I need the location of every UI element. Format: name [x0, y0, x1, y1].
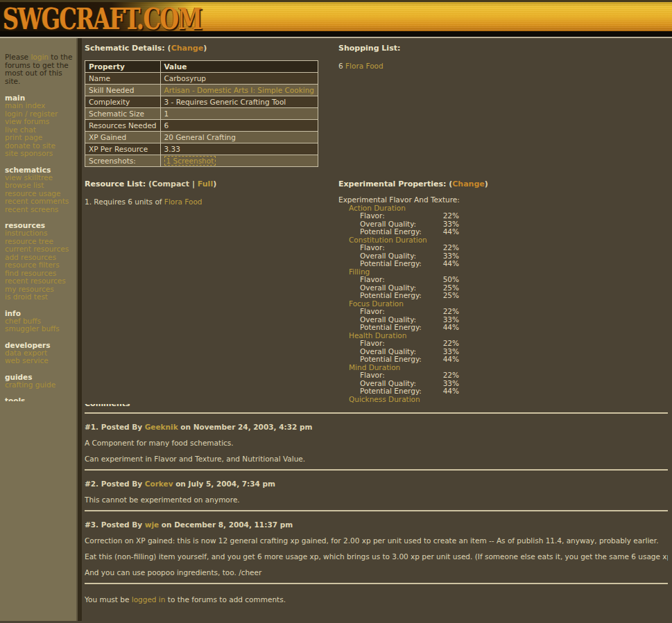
- experimental-property-row: Flavor:22%: [360, 371, 459, 380]
- login-link[interactable]: login: [31, 53, 49, 61]
- comment-author-link[interactable]: Geeknik: [145, 423, 178, 431]
- shopping-item-link[interactable]: Flora Food: [345, 62, 384, 70]
- sidebar-item-is-droid-test[interactable]: is droid test: [5, 293, 75, 301]
- site-logo[interactable]: SWGCRAFT.COM: [3, 2, 201, 31]
- comments-heading: Comments: [85, 404, 668, 409]
- property-value: 44%: [443, 324, 459, 332]
- table-row: NameCarbosyrup: [85, 73, 318, 85]
- paren-close: ): [203, 44, 207, 53]
- value-cell: 3 - Requires Generic Crafting Tool: [160, 96, 318, 108]
- property-label: Potential Energy:: [360, 292, 422, 300]
- property-value: 44%: [443, 260, 459, 268]
- experimental-group-action-duration[interactable]: Action Duration: [349, 204, 668, 213]
- sidebar-section-title: schematics: [5, 166, 75, 174]
- comment-date: on December 8, 2004, 11:37 pm: [159, 520, 293, 529]
- sidebar-item-current-resources[interactable]: current resources: [5, 245, 75, 254]
- experimental-groups: Action DurationFlavor:22%Overall Quality…: [338, 204, 668, 404]
- resource-list-title-text: Resource List:: [85, 179, 146, 188]
- property-cell: Skill Needed: [85, 85, 161, 96]
- experimental-property-row: Flavor:50%: [360, 276, 459, 284]
- property-value: 22%: [443, 244, 459, 252]
- comment-date: on July 5, 2004, 7:34 pm: [173, 480, 276, 488]
- sidebar-content-divider: [76, 38, 82, 621]
- shopping-list-title: Shopping List:: [338, 44, 668, 53]
- main-layout: Please login to the forums to get the mo…: [0, 38, 672, 621]
- experimental-group-quickness-duration[interactable]: Quickness Duration: [349, 396, 668, 404]
- comments-footer: You must be logged in to the forums to a…: [85, 595, 668, 604]
- experimental-property-row: Potential Energy:44%: [360, 260, 459, 268]
- resource-list-section: Resource List: (Compact | Full) 1. Requi…: [85, 179, 338, 404]
- comment-divider: [85, 510, 668, 511]
- value-cell: 20 General Crafting: [160, 132, 318, 143]
- view-option-compact: (Compact |: [148, 179, 198, 188]
- schematic-details-table: Property Value NameCarbosyrupSkill Neede…: [85, 60, 318, 167]
- comment-meta-pre: #2. Posted By: [85, 480, 145, 488]
- sidebar-section-developers: developersdata exportweb service: [5, 341, 75, 365]
- comment-meta: #2. Posted By Corkev on July 5, 2004, 7:…: [85, 480, 668, 489]
- property-label: Flavor:: [360, 244, 385, 252]
- schematic-change-link[interactable]: Change: [171, 44, 204, 53]
- top-region: Schematic Details: (Change) Property Val…: [85, 44, 668, 404]
- value-link-artisan-domestic-arts-i-simple-cooking[interactable]: Artisan - Domestic Arts I: Simple Cookin…: [164, 86, 314, 94]
- sidebar-intro-pre: Please: [5, 53, 31, 61]
- property-label: Potential Energy:: [360, 324, 422, 332]
- sidebar-section-title: guides: [5, 373, 75, 381]
- comment-author-link[interactable]: wje: [145, 520, 159, 529]
- experimental-group-mind-duration[interactable]: Mind Duration: [349, 364, 668, 372]
- sidebar-item-recent-resources[interactable]: recent resources: [5, 277, 75, 286]
- property-value: 22%: [443, 340, 459, 348]
- experimental-group-health-duration[interactable]: Health Duration: [349, 332, 668, 340]
- comments-footer-post: to the forums to add comments.: [165, 595, 286, 604]
- comment-divider: [85, 469, 668, 471]
- header-banner: SWGCRAFT.COM: [0, 0, 672, 31]
- property-label: Flavor:: [360, 371, 385, 380]
- comment-author-link[interactable]: Corkev: [145, 480, 173, 488]
- value-link-1-screenshot[interactable]: 1 Screenshot: [164, 156, 216, 166]
- comment-divider: [85, 412, 668, 414]
- comment-paragraph: A Component for many food schematics.: [85, 439, 668, 448]
- sidebar-item-browse-list[interactable]: browse list: [5, 182, 75, 190]
- experimental-group-filling[interactable]: Filling: [349, 268, 668, 277]
- sidebar-item-resource-filters[interactable]: resource filters: [5, 261, 75, 270]
- resource-entry-link[interactable]: Flora Food: [164, 198, 203, 206]
- sidebar-item-recent-screens[interactable]: recent screens: [5, 206, 75, 214]
- property-value: 25%: [443, 292, 459, 300]
- comments-heading-clip: Comments: [85, 404, 668, 409]
- sidebar-item-instructions[interactable]: instructions: [5, 229, 75, 238]
- comment-divider: [85, 583, 668, 584]
- shopping-quantity: 6: [338, 62, 345, 70]
- sidebar-item-smuggler-buffs[interactable]: smuggler buffs: [5, 325, 75, 333]
- sidebar-item-view-forums[interactable]: view forums: [5, 118, 75, 126]
- property-label: Potential Energy:: [360, 356, 422, 364]
- table-header-property: Property: [85, 61, 161, 73]
- sidebar-item-site-sponsors[interactable]: site sponsors: [5, 150, 75, 158]
- property-cell: XP Gained: [85, 132, 161, 143]
- sidebar-item-recent-comments[interactable]: recent comments: [5, 198, 75, 206]
- property-value: 44%: [443, 387, 459, 396]
- logged-in-link[interactable]: logged in: [132, 595, 166, 604]
- experimental-group-focus-duration[interactable]: Focus Duration: [349, 300, 668, 308]
- sidebar-item-print-page[interactable]: print page: [5, 134, 75, 142]
- sidebar-item-web-service[interactable]: web service: [5, 357, 75, 365]
- experimental-group-constitution-duration[interactable]: Constitution Duration: [349, 236, 668, 245]
- experimental-property-row: Flavor:22%: [360, 308, 459, 316]
- sidebar-item-crafting-guide[interactable]: crafting guide: [5, 381, 75, 389]
- value-cell: 1: [160, 108, 318, 120]
- view-option-full-link[interactable]: Full: [198, 179, 213, 188]
- table-row: Schematic Size1: [85, 108, 318, 120]
- comments-body: #1. Posted By Geeknik on November 24, 20…: [85, 423, 668, 584]
- resource-list-entry: 1. Requires 6 units of Flora Food: [85, 198, 338, 207]
- table-row: Complexity3 - Requires Generic Crafting …: [85, 96, 318, 108]
- sidebar-section-main: mainmain indexlogin / registerview forum…: [5, 94, 75, 158]
- sidebar-section-title: info: [5, 309, 75, 317]
- property-value: 22%: [443, 308, 459, 316]
- value-cell: Carbosyrup: [160, 73, 318, 85]
- experimental-property-row: Potential Energy:44%: [360, 387, 459, 396]
- property-cell: Schematic Size: [85, 108, 161, 120]
- sidebar-item-main-index[interactable]: main index: [5, 102, 75, 110]
- sidebar-section-title: tools: [5, 396, 75, 401]
- experimental-property-row: Potential Energy:25%: [360, 292, 459, 300]
- experimental-change-link[interactable]: Change: [452, 179, 485, 188]
- content: Schematic Details: (Change) Property Val…: [82, 38, 672, 621]
- table-header-row: Property Value: [85, 61, 318, 73]
